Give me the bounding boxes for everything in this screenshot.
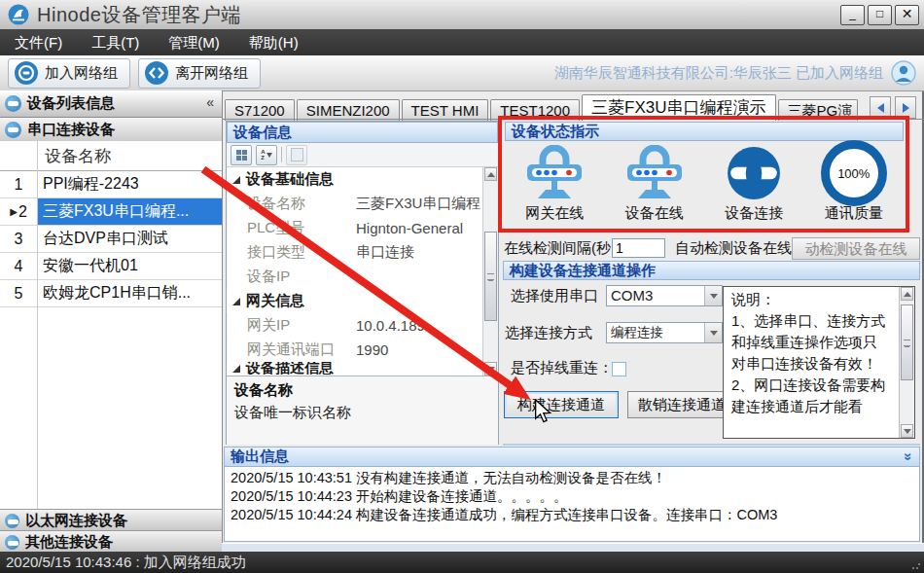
device-row-selected[interactable]: ▶2 三菱FX3U串口编程... <box>0 198 222 226</box>
leave-network-button[interactable]: 离开网络组 <box>138 58 261 89</box>
channel-panel-body: 选择使用串口 COM3 选择连接方式 编程连接 是否掉线重连： 构建连接通道 散… <box>503 280 920 446</box>
output-log-area: 2020/5/15 10:43:51 没有构建连接通道，无法自动检测设备是否在线… <box>224 467 920 542</box>
mode-select-row: 选择连接方式 <box>505 324 592 342</box>
property-row[interactable]: 网关通讯端口1990 <box>227 338 483 362</box>
reconnect-checkbox[interactable] <box>612 362 626 376</box>
device-table-header: 设备名称 <box>0 141 222 171</box>
device-online-label: 设备在线 <box>608 204 701 223</box>
device-row-name[interactable]: 安徽一代机01 <box>37 253 222 279</box>
indicator-device-connect: 设备连接 <box>707 143 800 223</box>
property-row[interactable]: 设备名称三菱FX3U串口编程 <box>227 192 483 216</box>
categorized-view-button[interactable] <box>231 145 252 165</box>
tab-s71200[interactable]: S71200 <box>225 99 295 121</box>
reconnect-label: 是否掉线重连： <box>511 359 613 377</box>
device-row[interactable]: 3 台达DVP串口测试 <box>0 226 222 253</box>
title-bar: Hinode设备管理客户端 _ □ ✕ <box>0 0 924 30</box>
device-row-name[interactable]: 三菱FX3U串口编程... <box>37 198 222 225</box>
menu-tools[interactable]: 工具(T) <box>77 29 154 55</box>
other-devices-section[interactable]: 其他连接设备 <box>0 530 222 553</box>
maximize-button[interactable]: □ <box>868 5 892 25</box>
category-gateway-info[interactable]: 网关信息 <box>227 289 483 313</box>
destroy-channel-button[interactable]: 散销连接通道 <box>627 391 736 418</box>
online-check-row: 在线检测间隔(秒 自动检测设备在线 动检测设备在线 <box>504 235 922 261</box>
chevron-left-icon <box>877 103 884 113</box>
row-selection-marker: ▶ <box>10 206 18 217</box>
collapse-triangle-icon <box>232 176 240 184</box>
scroll-up-arrow[interactable] <box>484 167 497 181</box>
indicator-comm-quality: 100% 通讯质量 <box>807 143 901 223</box>
join-network-icon <box>14 60 39 86</box>
device-list-sidebar: 设备列表信息 « 串口连接设备 设备名称 1 PPI编程-2243 ▶2 三菱F… <box>0 90 223 552</box>
reconnect-row: 是否掉线重连： <box>511 359 613 377</box>
property-row[interactable]: 网关IP10.0.4.189 <box>227 313 483 338</box>
close-button[interactable]: ✕ <box>895 5 919 25</box>
serial-port-combobox[interactable]: COM3 <box>606 285 723 306</box>
property-row[interactable]: PLC型号Hignton-General <box>227 216 483 240</box>
log-line: 2020/5/15 10:44:24 构建设备连接通道成功，编程方式连接串口设备… <box>231 506 913 524</box>
connect-mode-combobox[interactable]: 编程连接 <box>606 322 723 343</box>
scroll-down-arrow[interactable] <box>484 362 497 376</box>
instructions-scrollbar[interactable] <box>899 287 914 438</box>
device-row-number: 5 <box>0 280 37 306</box>
tab-scroll-right-button[interactable] <box>895 96 916 119</box>
device-row-name[interactable]: 欧姆龙CP1H串口销... <box>37 280 222 306</box>
note-item-1: 1、选择串口、连接方式和掉线重连操作选项只对串口连接设备有效！ <box>731 310 887 375</box>
sidebar-title: 设备列表信息 <box>27 94 115 113</box>
device-info-header: 设备信息 <box>227 122 498 143</box>
other-section-icon <box>5 535 19 550</box>
device-row-number: 4 <box>0 253 37 279</box>
property-row[interactable]: 设备IP <box>227 265 483 289</box>
device-row-number: 3 <box>0 226 37 252</box>
tab-mitsubishi-pg[interactable]: 三菱PG演 <box>778 99 858 121</box>
serial-select-label: 选择使用串口 <box>511 287 598 305</box>
collapse-triangle-icon <box>232 298 240 305</box>
menu-file[interactable]: 文件(F) <box>0 29 77 55</box>
interval-input[interactable] <box>612 238 665 258</box>
category-device-description-clipped[interactable]: 设备描述信息 <box>227 362 483 375</box>
combo-dropdown-button[interactable] <box>704 286 722 305</box>
status-bar-text: 2020/5/15 10:43:46 : 加入网络组成功 <box>6 554 246 572</box>
status-panel-header: 设备状态指示 <box>505 122 904 141</box>
tab-simenzi200[interactable]: SIMENZI200 <box>297 99 400 121</box>
scroll-up-arrow[interactable] <box>901 287 913 301</box>
gateway-online-label: 网关在线 <box>508 204 601 223</box>
interval-label: 在线检测间隔(秒 <box>504 239 611 258</box>
build-channel-button[interactable]: 构建连接通道 <box>504 391 619 418</box>
scrollbar-thumb[interactable] <box>484 232 497 321</box>
indicator-gateway-online: 网关在线 <box>508 143 601 223</box>
join-network-button[interactable]: 加入网络组 <box>8 58 130 89</box>
user-avatar-icon[interactable] <box>891 60 916 86</box>
output-panel-header: 输出信息 « <box>224 447 920 467</box>
device-row[interactable]: 4 安徽一代机01 <box>0 253 222 280</box>
minimize-button[interactable]: _ <box>840 5 865 25</box>
device-row[interactable]: 5 欧姆龙CP1H串口销... <box>0 280 222 307</box>
menu-help[interactable]: 帮助(H) <box>234 29 313 55</box>
property-row[interactable]: 接口类型串口连接 <box>227 240 483 265</box>
channel-panel-header: 构建设备连接通道操作 <box>503 261 920 280</box>
leave-network-icon <box>144 60 169 86</box>
tab-scroll-left-button[interactable] <box>870 96 891 119</box>
tab-test1200[interactable]: TEST1200 <box>490 99 580 121</box>
serial-devices-section[interactable]: 串口连接设备 <box>0 118 222 143</box>
ethernet-devices-section[interactable]: 以太网连接设备 <box>0 509 222 531</box>
category-device-basic-info[interactable]: 设备基础信息 <box>227 167 483 192</box>
device-row[interactable]: 1 PPI编程-2243 <box>0 171 222 198</box>
resize-grip[interactable] <box>911 560 921 570</box>
sidebar-header: 设备列表信息 « <box>0 90 222 118</box>
tab-test-hmi[interactable]: TEST HMI <box>402 99 489 121</box>
property-grid-scrollbar[interactable] <box>482 167 498 376</box>
categorized-icon <box>236 150 247 161</box>
combo-dropdown-button[interactable] <box>704 323 722 342</box>
scroll-down-arrow[interactable] <box>901 424 913 438</box>
alphabetical-sort-button[interactable]: AZ <box>256 145 277 165</box>
device-row-number: 1 <box>0 171 37 197</box>
tab-mitsubishi-fx3u-active[interactable]: 三菱FX3U串口编程演示 <box>582 94 775 121</box>
collapse-triangle-icon <box>232 365 240 373</box>
status-indicators: 网关在线 设备在线 <box>505 143 904 233</box>
device-row-name[interactable]: PPI编程-2243 <box>37 171 222 197</box>
scrollbar-thumb[interactable] <box>901 304 913 380</box>
sidebar-collapse-icon[interactable]: « <box>206 94 214 110</box>
output-collapse-icon[interactable]: « <box>897 452 913 460</box>
device-row-name[interactable]: 台达DVP串口测试 <box>37 226 222 252</box>
menu-manage[interactable]: 管理(M) <box>154 29 234 55</box>
